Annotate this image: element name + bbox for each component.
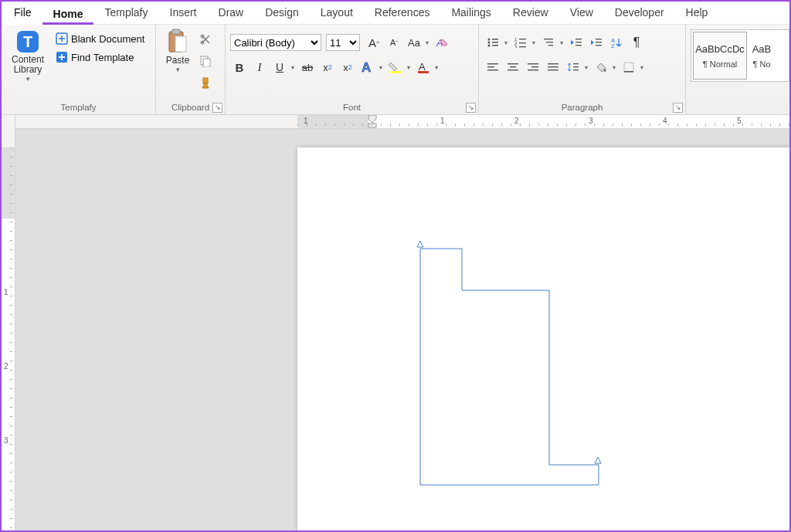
svg-rect-11 xyxy=(203,78,208,83)
copy-icon xyxy=(199,55,212,67)
style-no-spacing[interactable]: AaB ¶ No xyxy=(749,32,775,80)
multilevel-list-button[interactable] xyxy=(539,33,558,52)
tab-insert[interactable]: Insert xyxy=(159,2,208,25)
shape-end-anchor[interactable] xyxy=(596,462,602,467)
subscript-button[interactable]: x2 xyxy=(318,58,337,76)
svg-rect-18 xyxy=(492,39,498,40)
numbering-button[interactable]: 123 xyxy=(511,33,530,52)
cut-button[interactable] xyxy=(196,30,215,49)
chevron-down-icon[interactable]: ▾ xyxy=(377,64,385,71)
chevron-down-icon[interactable]: ▾ xyxy=(289,64,297,71)
change-case-button[interactable]: Aa xyxy=(405,33,423,52)
sort-button[interactable]: AZ xyxy=(607,33,626,52)
bold-button[interactable]: B xyxy=(230,58,249,76)
svg-point-21 xyxy=(488,45,491,47)
chevron-down-icon[interactable]: ▾ xyxy=(638,64,646,71)
line-spacing-button[interactable] xyxy=(564,58,582,76)
text-effects-button[interactable]: A xyxy=(358,58,377,76)
paste-button[interactable]: Paste ▾ xyxy=(161,27,195,73)
borders-button[interactable] xyxy=(620,58,638,76)
vertical-ruler[interactable]: 123 xyxy=(2,115,15,530)
show-marks-button[interactable]: ¶ xyxy=(627,33,646,52)
group-clipboard: Paste ▾ Clipboard xyxy=(156,25,226,114)
align-right-button[interactable] xyxy=(524,58,542,76)
blank-document-label: Blank Document xyxy=(71,33,144,45)
tab-review[interactable]: Review xyxy=(502,2,559,25)
styles-gallery[interactable]: AaBbCcDc ¶ Normal AaB ¶ No xyxy=(691,29,789,82)
font-name-select[interactable]: Calibri (Body) xyxy=(230,34,321,51)
increase-indent-button[interactable] xyxy=(587,33,606,52)
svg-rect-41 xyxy=(487,66,494,67)
tab-references[interactable]: References xyxy=(364,2,441,25)
chevron-down-icon[interactable]: ▾ xyxy=(405,64,412,71)
svg-rect-10 xyxy=(203,59,210,67)
svg-rect-20 xyxy=(492,42,498,43)
copy-button[interactable] xyxy=(196,52,215,70)
underline-button[interactable]: U xyxy=(270,58,289,76)
chevron-down-icon[interactable]: ▾ xyxy=(558,39,565,46)
align-left-button[interactable] xyxy=(484,58,502,76)
svg-rect-35 xyxy=(596,39,602,39)
format-painter-button[interactable] xyxy=(196,73,215,92)
indent-marker[interactable] xyxy=(368,115,377,128)
italic-button[interactable]: I xyxy=(250,58,269,76)
align-right-icon xyxy=(528,63,538,72)
style-normal[interactable]: AaBbCcDc ¶ Normal xyxy=(693,32,747,80)
svg-text:3: 3 xyxy=(514,45,518,48)
svg-rect-52 xyxy=(573,63,579,64)
font-color-button[interactable]: A xyxy=(414,58,433,76)
chevron-down-icon[interactable]: ▾ xyxy=(423,39,431,46)
align-center-button[interactable] xyxy=(504,58,522,76)
tab-draw[interactable]: Draw xyxy=(208,2,255,25)
shading-button[interactable] xyxy=(592,58,610,76)
document-area[interactable] xyxy=(15,129,789,530)
tab-layout[interactable]: Layout xyxy=(310,2,364,25)
chevron-down-icon[interactable]: ▾ xyxy=(433,64,440,71)
shrink-font-button[interactable]: Aˇ xyxy=(385,33,403,52)
group-label-paragraph: Paragraph xyxy=(484,101,681,114)
group-label-templafy: Templafy xyxy=(6,101,151,114)
superscript-button[interactable]: x2 xyxy=(338,58,357,76)
group-label-clipboard: Clipboard xyxy=(161,101,220,114)
shape-start-anchor[interactable] xyxy=(419,246,424,251)
svg-rect-22 xyxy=(492,45,498,46)
svg-rect-57 xyxy=(624,71,633,73)
font-launcher[interactable] xyxy=(466,103,476,113)
tab-help[interactable]: Help xyxy=(675,2,719,25)
find-template-button[interactable]: Find Template xyxy=(53,49,148,66)
decrease-indent-button[interactable] xyxy=(567,33,586,52)
bullets-button[interactable] xyxy=(484,33,502,52)
svg-rect-5 xyxy=(172,29,180,34)
freeform-shape[interactable] xyxy=(419,246,605,493)
paint-bucket-icon xyxy=(595,61,607,73)
content-library-button[interactable]: T Content Library ▾ xyxy=(6,27,49,83)
paintbrush-icon xyxy=(199,76,212,89)
tab-templafy[interactable]: Templafy xyxy=(93,2,158,25)
justify-button[interactable] xyxy=(544,58,562,76)
grow-font-button[interactable]: A^ xyxy=(365,33,383,52)
tab-file[interactable]: File xyxy=(3,2,42,25)
tab-mailings[interactable]: Mailings xyxy=(440,2,501,25)
style-name: ¶ No xyxy=(752,59,770,69)
chevron-down-icon[interactable]: ▾ xyxy=(582,64,590,71)
clipboard-launcher[interactable] xyxy=(212,103,222,113)
chevron-down-icon[interactable]: ▾ xyxy=(502,39,510,46)
style-name: ¶ Normal xyxy=(703,59,737,69)
tab-home[interactable]: Home xyxy=(42,2,94,25)
tab-view[interactable]: View xyxy=(559,2,604,25)
clear-formatting-button[interactable]: A xyxy=(433,33,451,52)
horizontal-ruler[interactable]: 1123456 xyxy=(15,115,789,129)
font-size-select[interactable]: 11 xyxy=(326,34,360,51)
chevron-down-icon[interactable]: ▾ xyxy=(610,64,618,71)
content-library-label: Content Library xyxy=(6,55,49,75)
strikethrough-button[interactable]: ab xyxy=(298,58,317,76)
paragraph-launcher[interactable] xyxy=(673,103,683,113)
tab-design[interactable]: Design xyxy=(254,2,310,25)
chevron-down-icon[interactable]: ▾ xyxy=(530,39,538,46)
svg-rect-50 xyxy=(548,66,558,67)
tab-developer[interactable]: Developer xyxy=(604,2,675,25)
svg-rect-14 xyxy=(390,71,401,73)
svg-rect-36 xyxy=(596,42,602,42)
blank-document-button[interactable]: Blank Document xyxy=(53,30,148,47)
highlight-button[interactable] xyxy=(386,58,405,76)
